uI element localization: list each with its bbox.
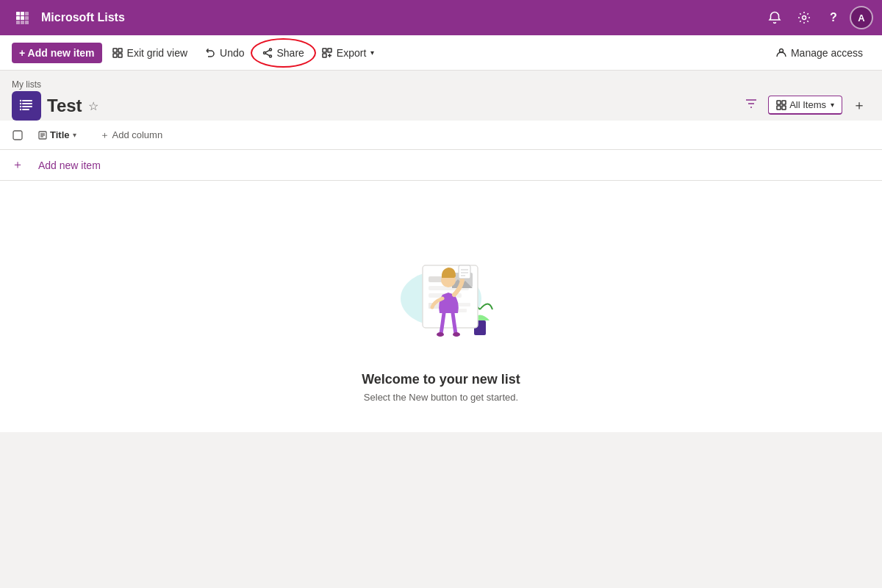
svg-rect-4	[21, 16, 24, 20]
svg-rect-0	[16, 12, 20, 15]
avatar[interactable]: A	[850, 6, 873, 29]
svg-rect-1	[21, 12, 24, 15]
favorite-star-icon[interactable]: ☆	[88, 99, 98, 113]
manage-access-button[interactable]: Manage access	[769, 43, 870, 63]
header-checkbox[interactable]	[12, 129, 24, 141]
list-icon	[12, 91, 41, 121]
page-header: My lists Test ☆	[0, 71, 882, 121]
svg-point-15	[269, 55, 271, 57]
svg-rect-31	[777, 106, 781, 110]
svg-rect-8	[25, 21, 29, 24]
share-button-wrapper: Share	[255, 43, 312, 63]
nav-right-actions: ? A	[761, 4, 873, 31]
column-headers: Title ▾ ＋ Add column	[0, 121, 882, 150]
title-column-chevron: ▾	[73, 131, 76, 139]
svg-rect-29	[777, 101, 781, 104]
settings-button[interactable]	[791, 4, 817, 31]
notifications-button[interactable]	[761, 4, 788, 31]
svg-rect-11	[118, 49, 122, 52]
add-new-item-button[interactable]: + Add new item	[12, 43, 102, 63]
share-button[interactable]: Share	[255, 43, 312, 63]
export-icon	[322, 48, 332, 58]
export-chevron: ▾	[370, 49, 374, 57]
add-item-plus-icon: ＋	[12, 157, 38, 173]
title-column-icon	[38, 131, 47, 140]
svg-rect-5	[25, 16, 29, 20]
svg-rect-51	[459, 265, 470, 279]
svg-rect-21	[323, 54, 326, 57]
add-item-row: ＋ Add new item	[0, 150, 882, 181]
view-selector[interactable]: All Items ▾	[768, 96, 842, 115]
title-column-header[interactable]: Title ▾	[38, 129, 76, 140]
svg-rect-19	[323, 49, 326, 52]
svg-rect-33	[13, 131, 22, 140]
toolbar-right: Manage access	[769, 43, 870, 63]
header-checkbox-cell	[12, 129, 38, 141]
breadcrumb: My lists	[12, 79, 98, 90]
empty-state-title: Welcome to your new list	[362, 372, 520, 387]
view-dropdown-arrow: ▾	[831, 101, 834, 109]
grid-icon	[112, 48, 123, 58]
svg-line-17	[265, 50, 269, 52]
empty-state-subtitle: Select the New button to get started.	[364, 392, 518, 403]
top-navigation: Microsoft Lists ? A	[0, 0, 882, 35]
filter-button[interactable]	[740, 93, 762, 118]
svg-point-25	[20, 100, 21, 101]
svg-rect-3	[16, 16, 20, 20]
add-view-button[interactable]: ＋	[848, 93, 870, 117]
svg-rect-12	[113, 54, 117, 57]
view-selector-icon	[776, 100, 786, 110]
help-button[interactable]: ?	[820, 4, 847, 31]
svg-point-26	[20, 103, 21, 104]
svg-rect-13	[118, 54, 122, 57]
app-title: Microsoft Lists	[41, 11, 125, 24]
empty-state: Welcome to your new list Select the New …	[0, 181, 882, 432]
svg-rect-32	[782, 106, 786, 110]
empty-illustration	[382, 225, 500, 357]
page-title: Test	[47, 96, 82, 116]
person-icon	[776, 48, 786, 58]
page-title-row: Test ☆	[12, 91, 98, 121]
undo-button[interactable]: Undo	[198, 43, 251, 63]
svg-rect-10	[113, 49, 117, 52]
svg-rect-7	[21, 21, 24, 24]
apps-grid-button[interactable]	[9, 4, 35, 31]
header-right-controls: All Items ▾ ＋	[740, 93, 870, 121]
svg-point-28	[20, 109, 21, 110]
toolbar: + Add new item Exit grid view Undo Sh	[0, 35, 882, 71]
share-icon	[262, 48, 273, 58]
svg-point-14	[269, 49, 271, 51]
svg-rect-2	[25, 12, 29, 15]
add-column-button[interactable]: ＋ Add column	[94, 126, 169, 145]
title-column-label: Title	[50, 129, 70, 140]
svg-rect-6	[16, 21, 20, 24]
svg-rect-20	[328, 49, 331, 52]
svg-point-16	[263, 51, 265, 54]
add-column-plus: ＋	[100, 129, 110, 142]
svg-point-9	[803, 16, 806, 20]
svg-point-27	[20, 106, 21, 107]
svg-point-50	[453, 332, 460, 337]
list-content: Title ▾ ＋ Add column ＋ Add new item	[0, 121, 882, 432]
view-label: All Items	[789, 99, 826, 110]
exit-grid-view-button[interactable]: Exit grid view	[105, 43, 195, 63]
svg-point-49	[437, 332, 444, 337]
undo-icon	[205, 48, 215, 58]
svg-rect-30	[782, 101, 786, 104]
page-title-section: My lists Test ☆	[12, 79, 98, 121]
export-button[interactable]: Export ▾	[315, 43, 381, 63]
svg-line-18	[265, 53, 269, 55]
add-item-label[interactable]: Add new item	[38, 159, 101, 171]
